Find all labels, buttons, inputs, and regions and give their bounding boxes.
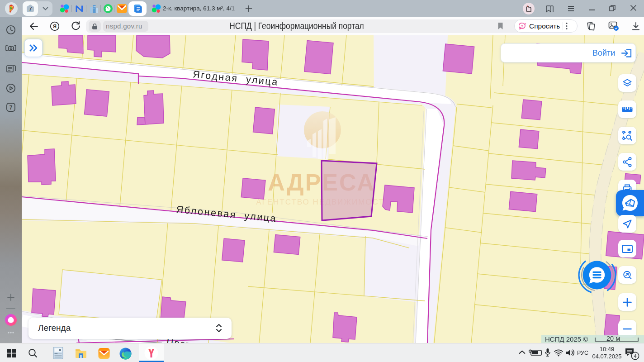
svg-text:Я: Я [53,24,57,29]
svg-text:7: 7 [28,5,32,12]
svg-text:7: 7 [9,105,13,111]
svg-text:4: 4 [634,353,636,359]
svg-text:?: ? [521,24,524,29]
